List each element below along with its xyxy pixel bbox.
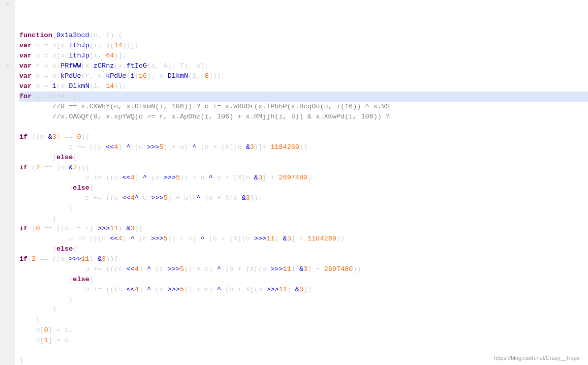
code-line-25: u += (((c << 4) ^ (c >>> 5)) + c) ^ (o +… <box>19 285 588 295</box>
code-line-16: c += ((u << 4 ^ u >>> 5) + u) ^ (o + X[o… <box>19 193 588 203</box>
gutter-line-24 <box>0 244 15 254</box>
gutter-line-29 <box>0 295 15 305</box>
gutter-line-19 <box>0 193 15 203</box>
code-line-31 <box>19 346 588 356</box>
code-line-2: var u = n[x.lthJp(i, 64)]; <box>19 51 588 61</box>
code-line-8: //x.OAGQf(0, x.spYWQ(o += r, x.ApDhz(i, … <box>19 112 588 122</box>
gutter-line-3 <box>0 31 15 41</box>
gutter-line-6[interactable]: − <box>0 61 15 71</box>
gutter-line-31 <box>0 315 15 325</box>
code-line-20: u += (((c << 4) ^ (c >>> 5)) + c) ^ (o +… <box>19 234 588 244</box>
code-line-18: } <box>19 214 588 224</box>
code-line-29: n[0] = c, <box>19 325 588 336</box>
gutter-line-13 <box>0 132 15 142</box>
gutter-line-27 <box>0 275 15 285</box>
gutter-line-16 <box>0 163 15 173</box>
gutter-line-1 <box>0 10 15 20</box>
code-line-30: n[1] = u <box>19 336 588 346</box>
gutter-line-11 <box>0 112 15 122</box>
gutter-line-26 <box>0 264 15 275</box>
watermark: https://blog.csdn.net/Crazy__Hope <box>494 355 580 361</box>
gutter-line-30 <box>0 305 15 315</box>
code-line-28: } <box>19 315 588 325</box>
code-line-24: }else{ <box>19 275 588 285</box>
code-line-12: }else{ <box>19 153 588 163</box>
code-line-7: //0 == x.CXWbY(o, x.DlkmN(i, 106)) ? c +… <box>19 102 588 112</box>
code-line-14: c += ((u << 4) ^ (u >>> 5)) + u ^ o + (X… <box>19 173 588 183</box>
gutter-line-0[interactable]: − <box>0 0 15 10</box>
code-line-21: }else{ <box>19 244 588 254</box>
gutter-line-21 <box>0 214 15 224</box>
gutter-line-2 <box>0 20 15 31</box>
gutter-line-10 <box>0 102 15 112</box>
gutter-line-28 <box>0 285 15 295</box>
gutter-line-4 <box>0 41 15 51</box>
gutter-line-20 <box>0 203 15 214</box>
gutter-line-32 <box>0 325 15 336</box>
gutter-line-12 <box>0 122 15 132</box>
code-container: −− function _0x1a3bcd(n, t) { var c = n[… <box>0 0 588 365</box>
gutter-line-5 <box>0 51 15 61</box>
code-line-6: for (; o!=e; ){ <box>19 92 588 102</box>
code-line-4: var e = x.kPdUe(r, x.kPdUe(i(16), x.Dlkm… <box>19 71 588 81</box>
gutter-line-8 <box>0 81 15 92</box>
code-line-0: function _0x1a3bcd(n, t) { <box>19 31 588 41</box>
code-line-13: if (2 == (o & 3)){ <box>19 163 588 173</box>
gutter-line-9 <box>0 92 15 102</box>
gutter-line-22 <box>0 224 15 234</box>
gutter-line-23 <box>0 234 15 244</box>
code-line-9 <box>19 122 588 132</box>
code-line-23: u += (((c << 4) ^ (c >>> 5)) + c) ^ (o +… <box>19 264 588 275</box>
gutter-line-18 <box>0 183 15 193</box>
code-line-10: if ((o & 3) == 0){ <box>19 132 588 142</box>
code-line-15: }else{ <box>19 183 588 193</box>
code-line-1: var c = n[x.lthJp(i, i(14))]; <box>19 41 588 51</box>
code-line-27: } <box>19 305 588 315</box>
code-line-5: var o = i(x.DlkmN(i, 14)); <box>19 81 588 92</box>
gutter-line-17 <box>0 173 15 183</box>
gutter: −− <box>0 0 15 365</box>
gutter-line-14 <box>0 142 15 153</box>
code-area: −− function _0x1a3bcd(n, t) { var c = n[… <box>0 0 588 365</box>
gutter-line-25 <box>0 254 15 264</box>
code-line-19: if (0 == ((o += r) >>> 11) & 3){ <box>19 224 588 234</box>
code-line-26: } <box>19 295 588 305</box>
code-line-17: } <box>19 203 588 214</box>
gutter-line-15 <box>0 153 15 163</box>
code-line-3: var r = x.PRfWW(x.zCRnz(x.ftIoG(a, A), T… <box>19 61 588 71</box>
code-content[interactable]: function _0x1a3bcd(n, t) { var c = n[x.l… <box>15 0 588 365</box>
code-line-11: c += ((u << 4) ^ (u >>> 5) + u) ^ (o + (… <box>19 142 588 153</box>
gutter-line-7 <box>0 71 15 81</box>
code-line-22: if(2 == ((o >>> 11) & 3)){ <box>19 254 588 264</box>
